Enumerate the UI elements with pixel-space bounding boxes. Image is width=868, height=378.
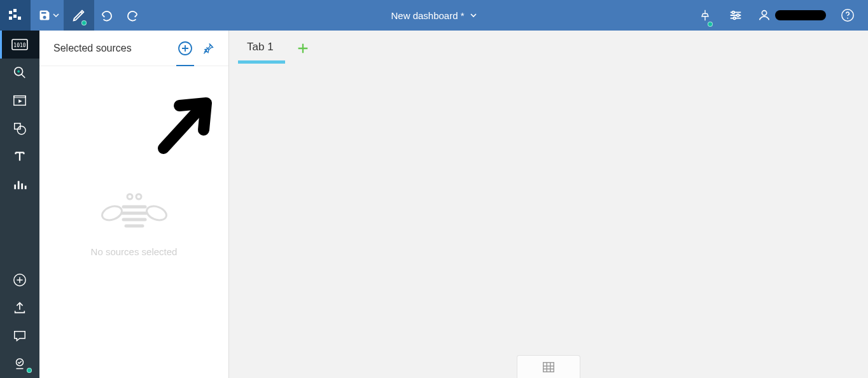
redo-button[interactable] bbox=[120, 0, 145, 31]
rail-shapes[interactable] bbox=[0, 115, 39, 143]
sources-panel-header: Selected sources bbox=[39, 31, 228, 66]
sliders-icon bbox=[729, 8, 743, 22]
svg-rect-3 bbox=[13, 15, 17, 18]
app-topbar: New dashboard * bbox=[0, 0, 868, 31]
pin-button[interactable] bbox=[690, 0, 720, 31]
add-source-button[interactable] bbox=[174, 37, 197, 60]
tab-1[interactable]: Tab 1 bbox=[238, 37, 283, 60]
data-source-icon: 1010 bbox=[11, 39, 28, 50]
edit-button[interactable] bbox=[64, 0, 94, 31]
logo-icon bbox=[9, 9, 22, 22]
plus-circle-icon bbox=[13, 273, 27, 287]
svg-point-23 bbox=[144, 204, 168, 223]
svg-point-7 bbox=[733, 17, 736, 20]
tabstrip: Tab 1 bbox=[229, 31, 868, 64]
svg-point-6 bbox=[737, 14, 739, 17]
text-icon bbox=[13, 150, 27, 164]
svg-rect-26 bbox=[543, 362, 554, 372]
rail-sources[interactable]: 1010 bbox=[0, 31, 39, 59]
svg-rect-0 bbox=[9, 11, 12, 14]
svg-point-25 bbox=[136, 194, 141, 199]
play-frame-icon bbox=[13, 94, 27, 108]
canvas-body[interactable] bbox=[229, 64, 868, 378]
bee-placeholder-icon bbox=[99, 188, 169, 232]
bar-chart-icon bbox=[13, 178, 27, 192]
svg-point-14 bbox=[17, 70, 20, 73]
table-icon bbox=[542, 360, 556, 374]
pushpin-icon bbox=[202, 42, 214, 55]
sources-empty-text: No sources selected bbox=[91, 246, 178, 257]
svg-point-10 bbox=[847, 18, 848, 19]
search-icon bbox=[13, 66, 27, 80]
content-area: 1010 bbox=[0, 31, 868, 378]
undo-button[interactable] bbox=[94, 0, 120, 31]
svg-rect-2 bbox=[9, 17, 12, 20]
svg-point-5 bbox=[732, 11, 735, 14]
rail-chart[interactable] bbox=[0, 171, 39, 199]
tab-label: Tab 1 bbox=[247, 41, 274, 53]
svg-point-18 bbox=[17, 126, 25, 134]
pin-panel-button[interactable] bbox=[197, 37, 220, 60]
user-menu[interactable] bbox=[751, 8, 832, 22]
svg-point-22 bbox=[100, 204, 123, 223]
topbar-right bbox=[690, 0, 868, 31]
svg-rect-17 bbox=[15, 123, 20, 129]
rail-media[interactable] bbox=[0, 87, 39, 115]
svg-text:1010: 1010 bbox=[13, 43, 25, 48]
redo-icon bbox=[125, 8, 139, 22]
help-button[interactable] bbox=[832, 0, 863, 31]
save-icon bbox=[38, 9, 51, 22]
svg-rect-4 bbox=[18, 17, 21, 20]
rail-status[interactable] bbox=[0, 350, 39, 378]
drop-table-hint[interactable] bbox=[517, 355, 580, 378]
sources-panel-body: No sources selected bbox=[39, 66, 228, 378]
svg-rect-16 bbox=[14, 96, 25, 98]
user-icon bbox=[757, 8, 771, 22]
logo-button[interactable] bbox=[0, 0, 31, 31]
dashboard-canvas: Tab 1 bbox=[229, 31, 868, 378]
left-rail: 1010 bbox=[0, 31, 39, 378]
shapes-icon bbox=[13, 122, 27, 136]
status-dot-icon bbox=[708, 22, 713, 27]
rail-add[interactable] bbox=[0, 266, 39, 294]
sources-panel-title: Selected sources bbox=[53, 43, 132, 54]
undo-icon bbox=[100, 8, 114, 22]
chevron-down-icon bbox=[470, 11, 477, 19]
dashboard-title: New dashboard * bbox=[391, 10, 464, 21]
chevron-down-icon bbox=[53, 12, 59, 18]
rail-text[interactable] bbox=[0, 143, 39, 171]
rail-comment[interactable] bbox=[0, 322, 39, 350]
comment-icon bbox=[13, 329, 27, 343]
status-dot-icon bbox=[81, 20, 87, 25]
rail-search[interactable] bbox=[0, 59, 39, 87]
add-tab-button[interactable] bbox=[293, 38, 313, 59]
dashboard-title-dropdown[interactable]: New dashboard * bbox=[391, 10, 477, 21]
user-name-redacted bbox=[775, 10, 826, 20]
topbar-left bbox=[0, 0, 145, 31]
help-icon bbox=[841, 8, 855, 22]
svg-rect-1 bbox=[13, 9, 17, 12]
plus-icon bbox=[296, 41, 310, 55]
save-button[interactable] bbox=[31, 0, 64, 31]
rail-upload[interactable] bbox=[0, 294, 39, 322]
upload-icon bbox=[13, 301, 27, 315]
svg-point-24 bbox=[127, 194, 132, 199]
plus-circle-icon bbox=[178, 41, 193, 56]
pin-icon bbox=[699, 9, 711, 22]
sources-panel: Selected sources bbox=[39, 31, 229, 378]
monitor-check-icon bbox=[13, 357, 27, 371]
status-dot-icon bbox=[27, 368, 32, 373]
svg-point-8 bbox=[762, 11, 766, 15]
settings-button[interactable] bbox=[720, 0, 751, 31]
